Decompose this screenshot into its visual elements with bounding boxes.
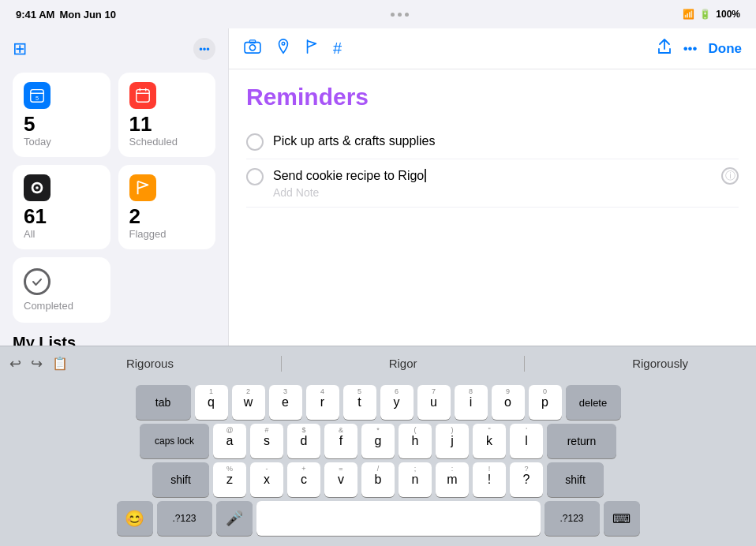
reminder-text-block-2: Send cookie recipe to Rigo Add Note [273,167,712,199]
reminder-checkbox-1[interactable] [246,133,264,151]
key-u[interactable]: 7u [417,385,451,420]
key-z[interactable]: %z [213,462,246,497]
suggestion-2[interactable]: Rigor [380,353,427,373]
key-h[interactable]: (h [399,424,432,458]
key-y[interactable]: 6y [380,385,414,420]
divider-2 [524,356,525,372]
key-v[interactable]: =v [324,462,357,497]
key-m[interactable]: :m [436,462,469,497]
key-j[interactable]: )j [436,424,469,458]
key-k[interactable]: "k [473,424,506,458]
key-row-2: caps lock @a #s $d &f *g (h )j "k 'l ret… [3,424,753,458]
shift-left-key[interactable]: shift [152,462,209,497]
completed-label: Completed [24,300,99,312]
sidebar-header: ⊞ ••• [13,38,215,60]
status-date: Mon Jun 10 [59,9,116,21]
key-f[interactable]: &f [324,424,357,458]
more-options-icon[interactable]: ••• [683,41,698,57]
key-row-bottom: 😊 .?123 🎤 .?123 ⌨ [3,501,753,536]
smart-card-all[interactable]: 61 All [13,165,110,249]
cursor [425,169,429,182]
flagged-label: Flagged [129,228,205,240]
smart-card-flagged[interactable]: 2 Flagged [118,165,216,249]
keyboard: tab 1q 2w 3e 4r 5t 6y 7u 8i 9o 0p delete… [0,380,756,546]
microphone-key[interactable]: 🎤 [216,501,253,536]
numbers-key-right[interactable]: .?123 [545,501,600,536]
status-bar: 9:41 AM Mon Jun 10 📶 🔋 100% [0,0,756,28]
reminder-item-2: Send cookie recipe to Rigo Add Note ⓘ [246,159,739,208]
status-bar-left: 9:41 AM Mon Jun 10 [16,9,116,21]
suggestion-1[interactable]: Rigorous [117,353,183,373]
flagged-count: 2 [129,206,205,226]
key-e[interactable]: 3e [269,385,302,420]
key-question[interactable]: ?? [510,462,543,497]
return-key[interactable]: return [547,424,616,458]
autocorrect-left: ↩ ↪ 📋 [9,355,68,372]
smart-card-scheduled[interactable]: 11 Scheduled [118,73,216,157]
key-n[interactable]: ;n [399,462,432,497]
today-icon: 5 [24,82,51,109]
key-x[interactable]: -x [250,462,283,497]
key-r[interactable]: 4r [306,385,339,420]
flag-icon[interactable] [305,39,319,58]
delete-key[interactable]: delete [566,385,621,420]
status-bar-dots [391,13,409,17]
keyboard-area: ↩ ↪ 📋 Rigorous Rigor Rigorously tab 1q 2… [0,346,756,546]
key-b[interactable]: /b [361,462,395,497]
key-w[interactable]: 2w [232,385,265,420]
reminder-info-icon-2[interactable]: ⓘ [721,167,739,185]
key-q[interactable]: 1q [195,385,228,420]
sidebar-toggle-icon[interactable]: ⊞ [13,39,27,59]
suggestion-3[interactable]: Rigorously [623,353,698,373]
reminder-note-2[interactable]: Add Note [273,186,712,199]
key-i[interactable]: 8i [455,385,488,420]
tab-key[interactable]: tab [136,385,191,420]
svg-text:5: 5 [36,95,39,102]
autocorrect-suggestions: Rigorous Rigor Rigorously [68,353,747,373]
smart-card-completed[interactable]: Completed [13,257,110,323]
reminder-text-1[interactable]: Pick up arts & crafts supplies [273,133,739,150]
hashtag-icon[interactable]: # [333,39,342,58]
completed-row: Completed [13,257,215,323]
status-time: 9:41 AM [16,9,54,21]
keyboard-dismiss-key[interactable]: ⌨ [604,501,640,536]
share-icon[interactable] [657,38,672,59]
capslock-key[interactable]: caps lock [140,424,209,458]
shift-right-key[interactable]: shift [547,462,604,497]
key-p[interactable]: 0p [529,385,562,420]
emoji-key[interactable]: 😊 [117,501,153,536]
numbers-key-left[interactable]: .?123 [157,501,212,536]
reminder-text-block-1: Pick up arts & crafts supplies [273,133,739,150]
scheduled-icon [129,82,156,109]
sidebar-more-button[interactable]: ••• [193,38,215,60]
location-icon[interactable] [276,39,290,58]
paste-icon[interactable]: 📋 [52,356,68,371]
key-a[interactable]: @a [213,424,246,458]
smart-card-today[interactable]: 5 5 Today [13,73,110,157]
key-l[interactable]: 'l [510,424,543,458]
camera-icon[interactable] [243,39,262,58]
flagged-icon [129,174,156,201]
reminder-text-2[interactable]: Send cookie recipe to Rigo [273,167,712,185]
done-button[interactable]: Done [709,41,743,57]
more-icon: ••• [199,43,210,55]
key-t[interactable]: 5t [343,385,376,420]
detail-toolbar: # ••• Done [229,28,756,69]
key-o[interactable]: 9o [492,385,525,420]
battery-label: 100% [716,9,740,20]
reminder-checkbox-2[interactable] [246,168,264,185]
key-row-3: shift %z -x +c =v /b ;n :m !! ?? shift [3,462,753,497]
scheduled-label: Scheduled [129,136,205,148]
svg-rect-10 [245,43,260,54]
key-exclaim[interactable]: !! [473,462,506,497]
space-key[interactable] [256,501,541,536]
key-g[interactable]: *g [361,424,395,458]
svg-point-13 [282,43,285,46]
redo-icon[interactable]: ↪ [31,355,43,372]
undo-icon[interactable]: ↩ [9,355,21,372]
key-c[interactable]: +c [287,462,320,497]
status-bar-right: 📶 🔋 100% [683,9,740,20]
reminder-item-1: Pick up arts & crafts supplies [246,125,739,159]
key-s[interactable]: #s [250,424,283,458]
key-d[interactable]: $d [287,424,320,458]
